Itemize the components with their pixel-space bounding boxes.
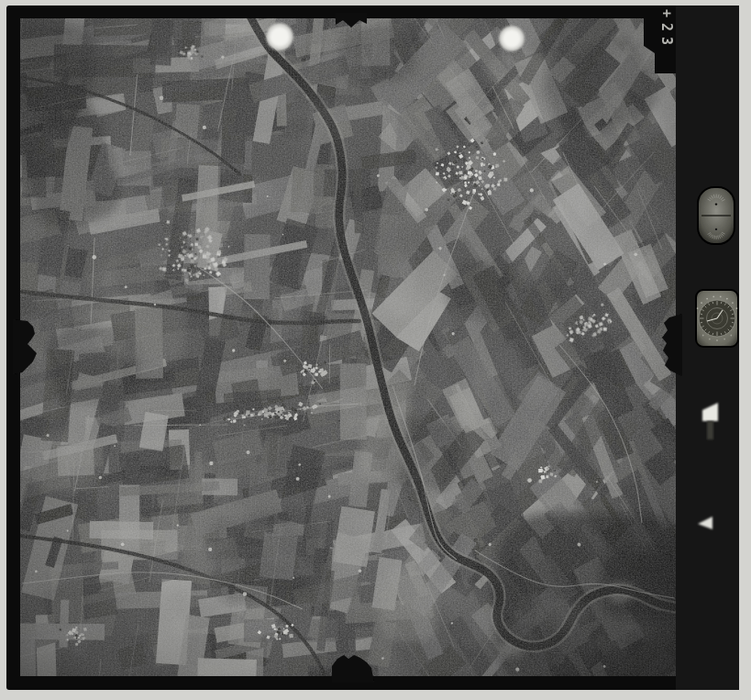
- aerial-photograph-scan: [0, 0, 751, 700]
- vignette: [20, 18, 676, 676]
- film-registration-hole: [265, 22, 294, 51]
- aerial-photo: [0, 0, 706, 700]
- film-registration-hole: [498, 25, 525, 52]
- frame-counter: +23: [657, 9, 675, 68]
- altimeter-gauge: [698, 187, 734, 244]
- clock-dial: [696, 290, 738, 347]
- aerial-photo-print: +23: [0, 0, 751, 700]
